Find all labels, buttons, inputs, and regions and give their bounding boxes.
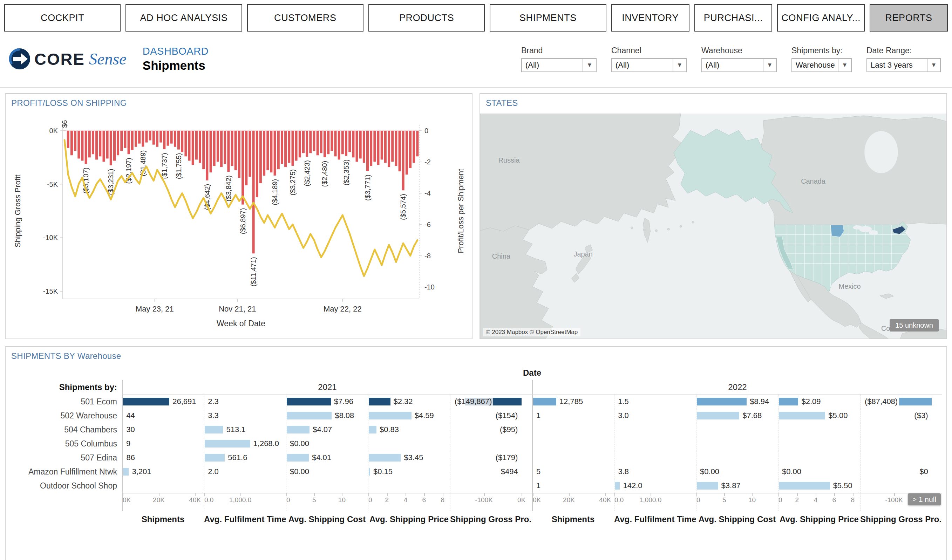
chevron-down-icon[interactable]: ▼ (673, 59, 686, 71)
warehouse-row-label[interactable]: 505 Columbus (10, 437, 122, 450)
tab-inventory[interactable]: INVENTORY (611, 4, 689, 32)
bar-mark[interactable] (342, 131, 344, 154)
bar-mark[interactable] (174, 131, 176, 147)
tab-products[interactable]: PRODUCTS (368, 4, 485, 32)
table-cell[interactable]: $7.68 (696, 409, 778, 423)
bar-mark[interactable] (331, 131, 333, 151)
bar-mark[interactable] (188, 131, 191, 161)
table-cell[interactable]: 3,201 (122, 465, 204, 479)
tab-purchasi[interactable]: PURCHASI... (694, 4, 773, 32)
profit-loss-chart[interactable]: 0K-5K-10K-15K0-2-4-6-8-10May 23, 21Nov 2… (6, 111, 472, 338)
bar-mark[interactable] (103, 131, 105, 162)
table-cell[interactable]: 30 (122, 423, 204, 437)
bar-mark[interactable] (192, 131, 194, 165)
filter-dropdown-date-range[interactable]: Last 3 years ▼ (867, 58, 941, 72)
bar-mark[interactable] (409, 131, 411, 168)
table-cell[interactable]: 1 (532, 409, 614, 423)
bar-mark[interactable] (85, 131, 87, 164)
table-cell[interactable]: $8.08 (286, 409, 368, 423)
bar-mark[interactable] (210, 131, 212, 173)
map-attribution[interactable]: © 2023 Mapbox © OpenStreetMap (483, 328, 580, 336)
warehouse-row-label[interactable]: 502 Warehouse (10, 409, 122, 423)
table-cell[interactable]: $4.01 (286, 450, 368, 465)
bar-mark[interactable] (391, 131, 394, 162)
table-cell[interactable]: $7.96 (286, 395, 368, 409)
table-cell[interactable]: > 1 null (860, 479, 942, 493)
bar-mark[interactable] (145, 131, 148, 143)
table-cell[interactable]: $0.83 (368, 423, 450, 437)
bar-mark[interactable] (249, 131, 251, 177)
bar-mark[interactable] (270, 131, 272, 173)
bar-mark[interactable] (320, 131, 323, 153)
bar-mark[interactable] (231, 131, 233, 166)
table-cell[interactable]: $0.00 (778, 465, 860, 479)
bar-mark[interactable] (359, 131, 362, 158)
table-cell[interactable]: 1.5 (614, 395, 696, 409)
bar-mark[interactable] (63, 131, 66, 131)
filter-dropdown-warehouse[interactable]: (All) ▼ (702, 58, 777, 72)
bar-mark[interactable] (274, 131, 276, 176)
bar-mark[interactable] (110, 131, 112, 165)
filter-dropdown-channel[interactable]: (All) ▼ (611, 58, 687, 72)
chevron-down-icon[interactable]: ▼ (838, 59, 851, 71)
table-cell[interactable]: $8.94 (696, 395, 778, 409)
bar-mark[interactable] (395, 131, 397, 166)
table-cell[interactable]: ($95) (450, 423, 532, 437)
bar-mark[interactable] (366, 131, 369, 171)
table-cell[interactable]: 3.8 (614, 465, 696, 479)
table-cell[interactable]: $5.50 (778, 479, 860, 493)
bar-mark[interactable] (406, 131, 408, 174)
warehouse-row-label[interactable]: 504 Chambers (10, 423, 122, 437)
unknown-count-badge[interactable]: 15 unknown (890, 319, 939, 332)
bar-mark[interactable] (153, 131, 155, 145)
bar-mark[interactable] (77, 131, 80, 158)
table-cell[interactable]: $4.59 (368, 409, 450, 423)
bar-mark[interactable] (309, 131, 312, 153)
bar-mark[interactable] (288, 131, 290, 163)
bar-mark[interactable] (299, 131, 301, 157)
bar-mark[interactable] (199, 131, 201, 163)
warehouse-row-label[interactable]: 507 Edina (10, 450, 122, 465)
table-cell[interactable]: $0 (860, 465, 942, 479)
bar-mark[interactable] (363, 131, 365, 163)
table-cell[interactable]: $0.00 (286, 437, 368, 450)
bar-mark[interactable] (81, 131, 83, 161)
bar-mark[interactable] (252, 131, 255, 253)
table-cell[interactable]: ($149,867) (450, 395, 532, 409)
bar-mark[interactable] (163, 131, 165, 149)
table-cell[interactable]: $2.09 (778, 395, 860, 409)
bar-mark[interactable] (142, 131, 144, 147)
bar-mark[interactable] (327, 131, 329, 154)
bar-mark[interactable] (284, 131, 287, 167)
table-cell[interactable]: $3.87 (696, 479, 778, 493)
table-cell[interactable]: ($87,408) (860, 395, 942, 409)
bar-mark[interactable] (313, 131, 315, 151)
bar-mark[interactable] (277, 131, 280, 169)
table-cell[interactable]: $4.07 (286, 423, 368, 437)
table-cell[interactable]: ($179) (450, 450, 532, 465)
bar-mark[interactable] (184, 131, 187, 156)
bar-mark[interactable] (256, 131, 258, 197)
tab-config-analy[interactable]: CONFIG ANALY... (777, 4, 865, 32)
table-cell[interactable]: $3.45 (368, 450, 450, 465)
states-map[interactable]: RussiaCanadaChinaJapanMexicoColombia © 2… (480, 114, 946, 338)
bar-mark[interactable] (235, 131, 237, 170)
tab-reports[interactable]: REPORTS (870, 4, 948, 32)
warehouse-row-label[interactable]: 501 Ecom (10, 395, 122, 409)
table-cell[interactable]: 3.0 (614, 409, 696, 423)
tab-ad-hoc-analysis[interactable]: AD HOC ANALYSIS (125, 4, 242, 32)
bar-mark[interactable] (220, 131, 223, 167)
bar-mark[interactable] (95, 131, 98, 159)
chevron-down-icon[interactable]: ▼ (763, 59, 776, 71)
warehouse-row-label[interactable]: Amazon Fulfillment Ntwk (10, 465, 122, 479)
chevron-down-icon[interactable]: ▼ (927, 59, 940, 71)
table-cell[interactable]: $2.32 (368, 395, 450, 409)
bar-mark[interactable] (338, 131, 340, 159)
bar-mark[interactable] (138, 131, 141, 143)
bar-mark[interactable] (224, 131, 226, 164)
bar-mark[interactable] (317, 131, 319, 155)
tab-customers[interactable]: CUSTOMERS (247, 4, 363, 32)
table-cell[interactable]: 142.0 (614, 479, 696, 493)
bar-mark[interactable] (67, 131, 70, 148)
table-cell[interactable]: 1 (532, 479, 614, 493)
